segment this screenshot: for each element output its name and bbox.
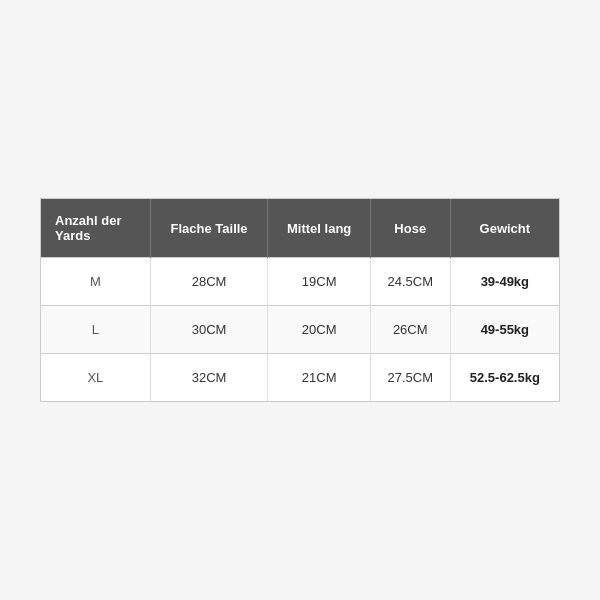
cell-mittel-0: 19CM — [268, 258, 370, 306]
header-anzahl: Anzahl derYards — [41, 199, 150, 258]
table-row: XL32CM21CM27.5CM52.5-62.5kg — [41, 354, 559, 402]
cell-gewicht-1: 49-55kg — [450, 306, 559, 354]
table-header-row: Anzahl derYards Flache Taille Mittel lan… — [41, 199, 559, 258]
size-chart-wrapper: Anzahl derYards Flache Taille Mittel lan… — [40, 198, 560, 402]
table-body: M28CM19CM24.5CM39-49kgL30CM20CM26CM49-55… — [41, 258, 559, 402]
cell-taille-1: 30CM — [150, 306, 268, 354]
cell-hose-1: 26CM — [370, 306, 450, 354]
table-row: M28CM19CM24.5CM39-49kg — [41, 258, 559, 306]
cell-hose-2: 27.5CM — [370, 354, 450, 402]
cell-anzahl-0: M — [41, 258, 150, 306]
header-mittel: Mittel lang — [268, 199, 370, 258]
cell-taille-0: 28CM — [150, 258, 268, 306]
cell-mittel-2: 21CM — [268, 354, 370, 402]
cell-anzahl-2: XL — [41, 354, 150, 402]
cell-anzahl-1: L — [41, 306, 150, 354]
table-row: L30CM20CM26CM49-55kg — [41, 306, 559, 354]
cell-hose-0: 24.5CM — [370, 258, 450, 306]
size-chart-table: Anzahl derYards Flache Taille Mittel lan… — [41, 199, 559, 401]
cell-gewicht-0: 39-49kg — [450, 258, 559, 306]
header-hose: Hose — [370, 199, 450, 258]
header-gewicht: Gewicht — [450, 199, 559, 258]
header-taille: Flache Taille — [150, 199, 268, 258]
cell-mittel-1: 20CM — [268, 306, 370, 354]
cell-taille-2: 32CM — [150, 354, 268, 402]
cell-gewicht-2: 52.5-62.5kg — [450, 354, 559, 402]
